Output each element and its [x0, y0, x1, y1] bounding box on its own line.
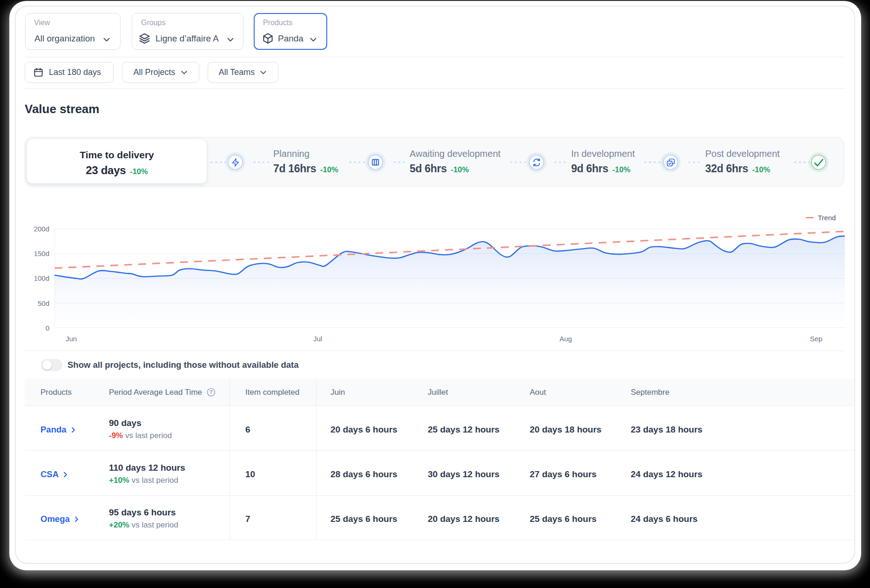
svg-text:?: ? [209, 389, 213, 395]
